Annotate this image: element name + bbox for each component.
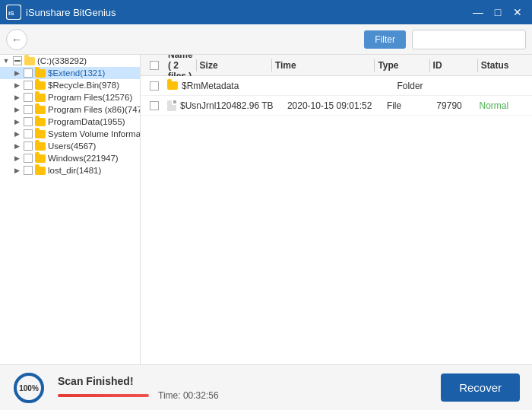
row1-size: 120482.96 TB (216, 100, 287, 111)
folder-icon-2 (35, 94, 46, 102)
progress-circle: 100% (12, 371, 46, 405)
tree-checkbox-3[interactable] (24, 105, 33, 114)
filter-button[interactable]: Filter (364, 30, 406, 49)
tree-toggle-2[interactable]: ▶ (12, 93, 21, 102)
tree-toggle-4[interactable]: ▶ (12, 117, 21, 126)
tree-checkbox-5[interactable] (24, 129, 33, 138)
row1-status: Normal (479, 100, 528, 111)
tree-checkbox-0[interactable] (24, 68, 33, 78)
row0-check[interactable] (144, 81, 165, 91)
file-list: Name ( 2 files ) Size Time Type ID Statu… (141, 55, 532, 364)
tree-toggle-0[interactable]: ▶ (12, 68, 21, 78)
row1-id: 79790 (436, 100, 479, 111)
scan-finished-label: Scan Finished! (58, 375, 219, 387)
file-list-body: $RmMetadata Folder $UsnJrnl 120482.96 TB… (141, 76, 532, 364)
tree-checkbox-6[interactable] (24, 141, 33, 151)
folder-icon-3 (35, 106, 46, 114)
header-status: Status (481, 60, 529, 71)
col-sep-5 (477, 59, 478, 72)
folder-icon-0 (35, 69, 46, 78)
col-sep-2 (271, 59, 272, 72)
row1-checkbox[interactable] (150, 101, 159, 110)
row1-check[interactable] (144, 101, 165, 110)
folder-icon-5 (35, 130, 46, 138)
tree-toggle-1[interactable]: ▶ (12, 81, 21, 90)
search-input[interactable] (413, 34, 532, 45)
tree-item-3[interactable]: ▶ Program Files (x86)(7470) (0, 103, 140, 116)
tree-item-4[interactable]: ▶ ProgramData(1955) (0, 116, 140, 128)
tree-root-label: (C:)(338292) (37, 56, 87, 65)
tree-label-8: lost_dir(1481) (48, 166, 101, 175)
folder-icon-6 (35, 142, 46, 151)
progress-percent: 100% (19, 383, 39, 392)
folder-icon-8 (35, 167, 46, 175)
tree-root-item[interactable]: ▼ (C:)(338292) (0, 55, 140, 67)
tree-item-1[interactable]: ▶ $Recycle.Bin(978) (0, 79, 140, 91)
sidebar: ▼ (C:)(338292) ▶ $Extend(1321) ▶ $Recycl… (0, 55, 141, 364)
folder-icon-root (24, 57, 35, 65)
tree-label-3: Program Files (x86)(7470) (48, 105, 141, 114)
tree-toggle-7[interactable]: ▶ (12, 154, 21, 163)
row1-file-icon (167, 100, 176, 111)
folder-icon-7 (35, 154, 46, 163)
tree-item-8[interactable]: ▶ lost_dir(1481) (0, 164, 140, 176)
tree-checkbox-8[interactable] (24, 166, 33, 175)
header-time: Time (275, 60, 372, 71)
tree-item-7[interactable]: ▶ Windows(221947) (0, 152, 140, 164)
tree-checkbox-root[interactable] (13, 56, 22, 65)
main-container: ← Filter ▼ (C:)(338292) (0, 24, 532, 410)
tree-label-5: System Volume Information(6) (48, 129, 141, 138)
header-checkbox[interactable] (150, 61, 159, 70)
tree-label-6: Users(4567) (48, 141, 96, 151)
table-row[interactable]: $UsnJrnl 120482.96 TB 2020-10-15 09:01:5… (141, 96, 532, 116)
tree-item-0[interactable]: ▶ $Extend(1321) (0, 67, 140, 79)
tree-checkbox-1[interactable] (24, 81, 33, 90)
row0-name: $RmMetadata (182, 81, 239, 91)
recover-button[interactable]: Recover (441, 373, 520, 402)
app-icon: iS (6, 5, 21, 20)
tree-checkbox-4[interactable] (24, 117, 33, 126)
minimize-button[interactable]: — (470, 4, 486, 21)
row0-folder-icon (167, 81, 178, 90)
content-area: ▼ (C:)(338292) ▶ $Extend(1321) ▶ $Recycl… (0, 55, 532, 364)
tree-label-7: Windows(221947) (48, 154, 119, 163)
tree-item-2[interactable]: ▶ Program Files(12576) (0, 91, 140, 103)
app-title: iSunshare BitGenius (26, 7, 470, 18)
header-size: Size (200, 60, 268, 71)
tree-item-5[interactable]: ▶ System Volume Information(6) (0, 128, 140, 140)
scan-time-label: Time: 00:32:56 (158, 390, 219, 401)
row1-type: File (387, 100, 436, 111)
scan-progress-fill (58, 394, 149, 397)
tree-toggle-3[interactable]: ▶ (12, 105, 21, 114)
tree-item-6[interactable]: ▶ Users(4567) (0, 140, 140, 152)
title-bar: iS iSunshare BitGenius — □ ✕ (0, 0, 532, 24)
tree-toggle-root[interactable]: ▼ (2, 56, 11, 65)
scan-progress-bar (58, 394, 149, 397)
tree-toggle-6[interactable]: ▶ (12, 141, 21, 151)
tree-checkbox-2[interactable] (24, 93, 33, 102)
col-sep-4 (429, 59, 430, 72)
folder-icon-4 (35, 118, 46, 126)
back-button[interactable]: ← (6, 29, 27, 50)
close-button[interactable]: ✕ (509, 4, 526, 21)
search-box (412, 30, 526, 49)
toolbar: ← Filter (0, 24, 532, 55)
header-id: ID (433, 60, 474, 71)
tree-toggle-5[interactable]: ▶ (12, 129, 21, 138)
col-sep-3 (374, 59, 375, 72)
status-bar: 100% Scan Finished! Time: 00:32:56 Recov… (0, 364, 532, 410)
row0-checkbox[interactable] (150, 81, 159, 91)
row1-time: 2020-10-15 09:01:52 (287, 100, 387, 111)
file-list-header: Name ( 2 files ) Size Time Type ID Statu… (141, 55, 532, 76)
header-type: Type (378, 60, 426, 71)
scan-info: Scan Finished! Time: 00:32:56 (58, 375, 219, 401)
tree-toggle-8[interactable]: ▶ (12, 166, 21, 175)
svg-text:iS: iS (8, 10, 14, 17)
tree-label-2: Program Files(12576) (48, 93, 132, 102)
tree-checkbox-7[interactable] (24, 154, 33, 163)
row0-type: Folder (397, 81, 444, 91)
header-check[interactable] (144, 61, 165, 70)
maximize-button[interactable]: □ (489, 4, 506, 21)
table-row[interactable]: $RmMetadata Folder (141, 76, 532, 96)
tree-label-1: $Recycle.Bin(978) (48, 81, 119, 90)
